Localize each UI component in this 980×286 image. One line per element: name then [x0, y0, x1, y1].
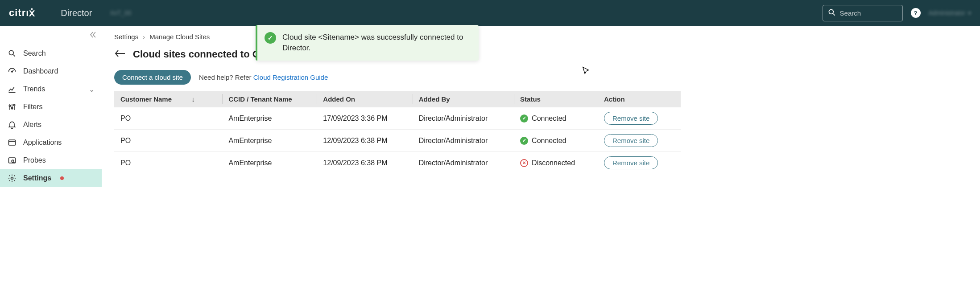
sidebar-item-label: Search	[23, 49, 46, 57]
breadcrumb-root[interactable]: Settings	[114, 33, 138, 41]
divider	[48, 7, 48, 19]
sidebar-item-filters[interactable]: Filters	[0, 98, 102, 116]
sidebar-item-alerts[interactable]: Alerts	[0, 116, 102, 134]
filters-icon	[7, 102, 17, 111]
sidebar-item-label: Applications	[23, 139, 62, 147]
cell-added-on: 17/09/2023 3:36 PM	[317, 107, 412, 130]
context-label: XxT_00	[110, 9, 131, 16]
chevron-down-icon: ▾	[968, 9, 971, 16]
svg-line-1	[833, 13, 835, 15]
svg-rect-12	[9, 140, 16, 145]
col-added-on[interactable]: Added On	[317, 91, 412, 107]
app-header: citrıẋ Director XxT_00 ? Administrator ▾	[0, 0, 980, 26]
search-icon	[7, 49, 17, 58]
user-label: Administrator	[929, 9, 965, 16]
col-ccid[interactable]: CCID / Tenant Name	[222, 91, 317, 107]
breadcrumb-current: Manage Cloud Sites	[149, 33, 210, 41]
collapse-sidebar-button[interactable]	[87, 29, 99, 43]
table-row: PO AmEnterprise 17/09/2023 3:36 PM Direc…	[114, 107, 681, 130]
cloud-registration-guide-link[interactable]: Cloud Registration Guide	[253, 74, 328, 81]
cloud-sites-table: Customer Name ↓ CCID / Tenant Name Added…	[114, 91, 681, 174]
sidebar-item-applications[interactable]: Applications	[0, 134, 102, 151]
cell-customer: PO	[114, 152, 222, 174]
chevron-right-icon: ›	[143, 33, 145, 41]
user-menu[interactable]: Administrator ▾	[929, 9, 971, 16]
cell-status: Disconnected	[514, 152, 598, 174]
svg-point-17	[11, 177, 13, 180]
dashboard-icon	[7, 67, 17, 76]
sidebar-item-label: Dashboard	[23, 67, 58, 75]
applications-icon	[7, 138, 17, 147]
sidebar-item-label: Settings	[23, 174, 51, 182]
status-text: Disconnected	[532, 159, 575, 167]
svg-line-5	[12, 70, 13, 72]
sidebar-item-settings[interactable]: Settings	[0, 169, 102, 187]
status-text: Connected	[532, 114, 566, 123]
bell-icon	[7, 120, 17, 129]
breadcrumb: Settings › Manage Cloud Sites	[114, 33, 968, 41]
cell-added-on: 12/09/2023 6:38 PM	[317, 152, 412, 174]
search-icon	[827, 8, 836, 18]
table-header-row: Customer Name ↓ CCID / Tenant Name Added…	[114, 91, 681, 107]
svg-point-0	[829, 9, 833, 14]
cell-customer: PO	[114, 107, 222, 130]
cell-added-on: 12/09/2023 6:38 PM	[317, 130, 412, 152]
svg-point-10	[11, 107, 12, 109]
sidebar-item-trends[interactable]: Trends ⌄	[0, 80, 102, 98]
table-row: PO AmEnterprise 12/09/2023 6:38 PM Direc…	[114, 130, 681, 152]
remove-site-button[interactable]: Remove site	[604, 134, 658, 147]
cell-ccid: AmEnterprise	[222, 107, 317, 130]
col-added-by[interactable]: Added By	[413, 91, 514, 107]
cell-ccid: AmEnterprise	[222, 130, 317, 152]
check-icon: ✓	[265, 32, 276, 44]
cell-customer: PO	[114, 130, 222, 152]
sidebar-item-label: Probes	[23, 156, 46, 164]
col-status[interactable]: Status	[514, 91, 598, 107]
help-button[interactable]: ?	[911, 8, 921, 18]
sidebar-item-label: Alerts	[23, 121, 41, 129]
cell-status: Connected	[514, 130, 598, 152]
back-button[interactable]	[114, 49, 126, 60]
notification-dot	[60, 176, 64, 180]
cell-added-by: Director/Administrator	[413, 130, 514, 152]
cell-action: Remove site	[598, 152, 681, 174]
cell-status: Connected	[514, 107, 598, 130]
cell-added-by: Director/Administrator	[413, 152, 514, 174]
main-content: ✓ Cloud site <Sitename> was successfully…	[102, 26, 980, 187]
success-toast: ✓ Cloud site <Sitename> was successfully…	[256, 25, 479, 61]
global-search-box[interactable]	[823, 5, 903, 21]
global-search-input[interactable]	[840, 9, 898, 17]
cell-action: Remove site	[598, 130, 681, 152]
svg-point-11	[13, 104, 15, 106]
svg-point-2	[9, 50, 13, 55]
chevron-down-icon: ⌄	[89, 85, 95, 94]
sidebar: Search Dashboard Trends ⌄ Filters Alerts…	[0, 26, 102, 187]
sort-down-icon[interactable]: ↓	[191, 95, 195, 103]
cell-ccid: AmEnterprise	[222, 152, 317, 174]
brand-logo: citrıẋ	[9, 7, 35, 19]
gear-icon	[7, 174, 17, 183]
connect-cloud-site-button[interactable]: Connect a cloud site	[114, 70, 191, 85]
sidebar-item-dashboard[interactable]: Dashboard	[0, 62, 102, 80]
sidebar-item-search[interactable]: Search	[0, 45, 102, 62]
col-action: Action	[598, 91, 681, 107]
svg-line-3	[13, 55, 15, 57]
remove-site-button[interactable]: Remove site	[604, 112, 658, 125]
help-prefix: Need help? Refer	[199, 74, 253, 81]
toast-message: Cloud site <Sitename> was successfully c…	[282, 32, 468, 53]
product-name: Director	[61, 8, 92, 18]
svg-point-9	[9, 105, 10, 106]
help-text: Need help? Refer Cloud Registration Guid…	[199, 74, 328, 81]
brand-block: citrıẋ Director	[9, 7, 92, 19]
status-disconnected-icon	[520, 159, 528, 167]
status-connected-icon	[520, 114, 528, 123]
col-customer-name[interactable]: Customer Name ↓	[114, 91, 222, 107]
cell-action: Remove site	[598, 107, 681, 130]
col-label: Customer Name	[120, 95, 172, 103]
sidebar-item-probes[interactable]: Probes	[0, 151, 102, 169]
status-text: Connected	[532, 137, 566, 145]
sidebar-item-label: Filters	[23, 103, 43, 111]
trends-icon	[7, 85, 17, 94]
cell-added-by: Director/Administrator	[413, 107, 514, 130]
remove-site-button[interactable]: Remove site	[604, 156, 658, 169]
